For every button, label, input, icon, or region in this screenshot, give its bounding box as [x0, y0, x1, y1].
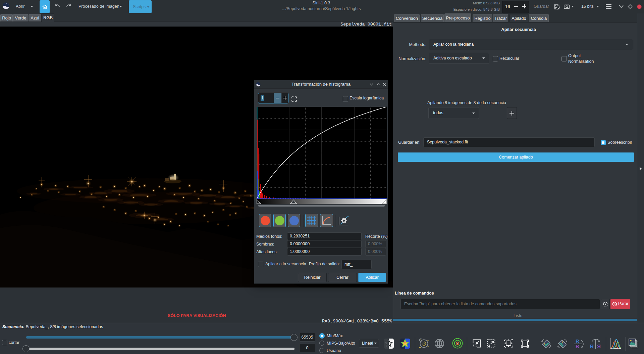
svg-text:R: R — [597, 343, 601, 349]
svg-text:R: R — [576, 344, 579, 350]
svg-text:R: R — [576, 338, 579, 344]
svg-text:R: R — [590, 343, 594, 349]
